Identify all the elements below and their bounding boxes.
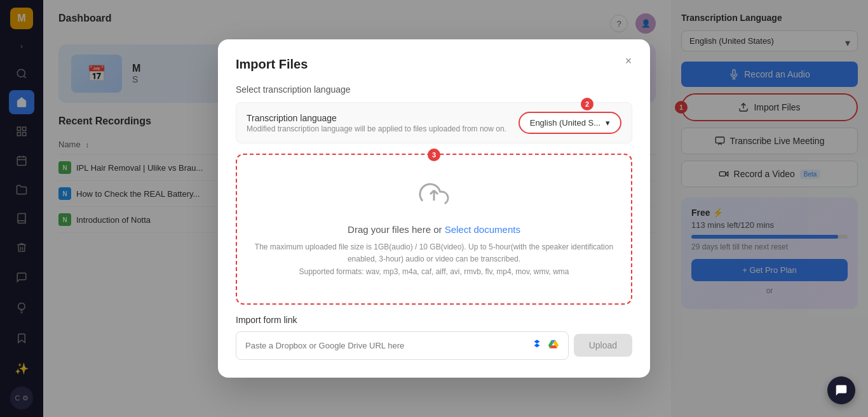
chevron-down-icon: ▾ (606, 118, 610, 128)
cloud-upload-icon (250, 180, 618, 216)
upload-text: Drag your files here or Select documents (250, 224, 618, 235)
modal-title: Import Files (236, 57, 632, 72)
google-drive-icon (548, 338, 559, 353)
chat-icon (834, 383, 848, 397)
import-link-label: Import form link (236, 315, 632, 325)
upload-button[interactable]: Upload (574, 334, 632, 357)
upload-zone[interactable]: 3 Drag your files here or Select documen… (236, 154, 632, 305)
lang-row-sub: Modified transcription language will be … (247, 124, 506, 133)
chat-button[interactable] (827, 376, 855, 404)
step-2-badge: 2 (581, 98, 593, 110)
modal-overlay: × Import Files Select transcription lang… (0, 0, 868, 417)
selected-lang: English (United S... (530, 118, 600, 128)
lang-row: Transcription language Modified transcri… (236, 102, 632, 143)
import-url-input[interactable] (245, 341, 526, 350)
dropbox-icon (531, 338, 543, 353)
import-link-row: Upload (236, 331, 632, 360)
lang-row-title: Transcription language (247, 113, 506, 123)
lang-dropdown[interactable]: English (United S... ▾ (519, 112, 621, 134)
import-files-modal: × Import Files Select transcription lang… (218, 39, 650, 378)
step-3-badge: 3 (428, 149, 440, 161)
modal-close-button[interactable]: × (620, 52, 637, 70)
section-label: Select transcription language (236, 84, 632, 95)
import-input-wrapper (236, 331, 569, 360)
upload-info: The maximum uploaded file size is 1GB(au… (250, 241, 618, 278)
select-documents-link[interactable]: Select documents (445, 224, 520, 235)
